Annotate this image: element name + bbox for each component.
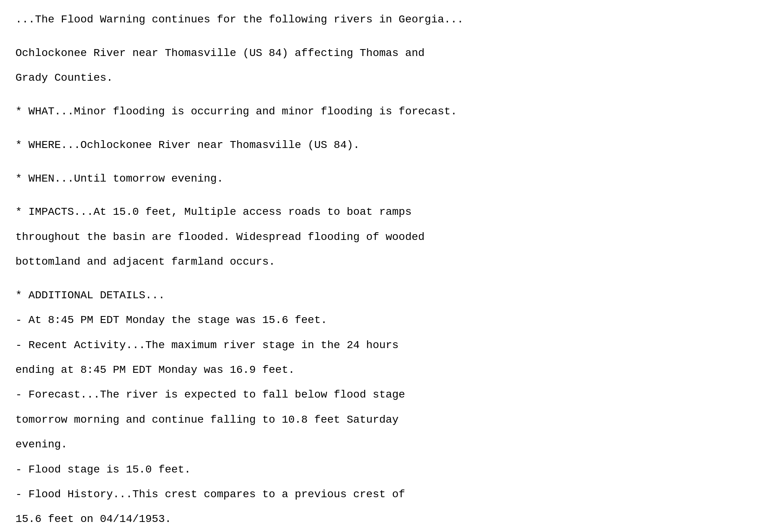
spacer-2 <box>15 95 750 104</box>
line-2: Ochlockonee River near Thomasville (US 8… <box>15 45 750 61</box>
line-13: ending at 8:45 PM EDT Monday was 16.9 fe… <box>15 362 750 378</box>
spacer-4 <box>15 162 750 170</box>
line-17: - Flood stage is 15.0 feet. <box>15 462 750 478</box>
spacer-1 <box>15 36 750 45</box>
spacer-6 <box>15 279 750 287</box>
line-4: * WHAT...Minor flooding is occurring and… <box>15 104 750 120</box>
line-14: - Forecast...The river is expected to fa… <box>15 387 750 403</box>
line-12: - Recent Activity...The maximum river st… <box>15 337 750 354</box>
line-18: - Flood History...This crest compares to… <box>15 486 750 503</box>
line-9: bottomland and adjacent farmland occurs. <box>15 254 750 270</box>
line-10: * ADDITIONAL DETAILS... <box>15 287 750 304</box>
line-15: tomorrow morning and continue falling to… <box>15 412 750 428</box>
spacer-3 <box>15 128 750 137</box>
line-7: * IMPACTS...At 15.0 feet, Multiple acces… <box>15 204 750 220</box>
line-6: * WHEN...Until tomorrow evening. <box>15 171 750 187</box>
line-8: throughout the basin are flooded. Widesp… <box>15 229 750 245</box>
line-5: * WHERE...Ochlockonee River near Thomasv… <box>15 137 750 153</box>
line-19: 15.6 feet on 04/14/1953. <box>15 511 750 527</box>
line-3: Grady Counties. <box>15 70 750 86</box>
line-11: - At 8:45 PM EDT Monday the stage was 15… <box>15 312 750 328</box>
line-1: ...The Flood Warning continues for the f… <box>15 12 750 28</box>
document-content: ...The Flood Warning continues for the f… <box>15 12 750 532</box>
line-16: evening. <box>15 437 750 453</box>
spacer-5 <box>15 195 750 204</box>
